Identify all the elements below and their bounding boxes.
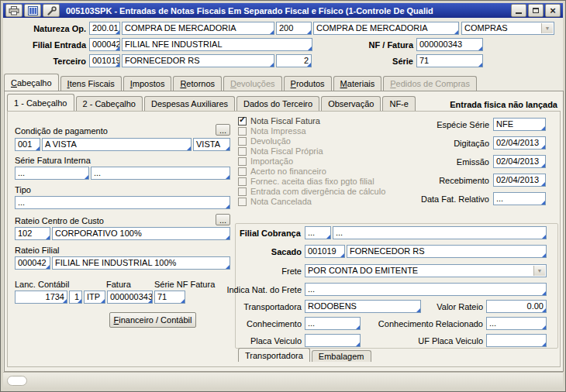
tab-impostos[interactable]: Impostos: [123, 76, 172, 91]
frete-value: POR CONTA DO EMITENTE: [308, 266, 418, 275]
checkbox-acerto-no-financeiro[interactable]: Acerto no financeiro: [238, 167, 326, 176]
natureza-op-code2-field[interactable]: 200: [276, 22, 312, 35]
filial-cobranca-field-2[interactable]: ...: [333, 226, 547, 239]
conhecimento-relacionado-field[interactable]: ...: [486, 317, 547, 330]
printer-icon[interactable]: [5, 4, 22, 17]
tab-label: Itens Fiscais: [67, 79, 115, 88]
serie-label: Série: [331, 57, 413, 66]
fatura-prefixo-field[interactable]: ITP: [84, 291, 105, 304]
transportadora-label: Transportadora: [218, 302, 302, 311]
maximize-icon: [533, 8, 539, 13]
tab-produtos[interactable]: Produtos: [284, 76, 332, 91]
chevron-down-icon[interactable]: [541, 23, 553, 33]
chevron-down-icon[interactable]: [533, 266, 545, 276]
subtab-embalagem[interactable]: Embalagem: [312, 350, 371, 362]
checkbox-fornec-aceita-dias-fixo[interactable]: Fornec. aceita dias fixo pgto filial: [238, 177, 374, 186]
serie-nf-fatura-field[interactable]: 71: [154, 291, 185, 304]
serie-fatura-interna-field-1[interactable]: ...: [15, 167, 89, 180]
digitacao-field[interactable]: 02/04/2013: [493, 136, 546, 150]
rateio-cc-code-field[interactable]: 102: [15, 227, 50, 240]
emissao-field[interactable]: 02/04/2013: [493, 155, 546, 168]
rateio-cc-desc-field[interactable]: CORPORATIVO 100%: [52, 227, 230, 240]
rateio-filial-code-field[interactable]: 000042: [15, 256, 50, 270]
wrench-icon[interactable]: [43, 4, 60, 17]
nf-fatura-field[interactable]: 000000343: [416, 38, 483, 51]
rateio-cc-browse-button[interactable]: ...: [216, 214, 230, 225]
maximize-button[interactable]: [528, 4, 544, 17]
condicao-pagamento-code-field[interactable]: 001: [15, 138, 40, 151]
natureza-op-desc-field[interactable]: COMPRA DE MERCADORIA: [122, 22, 274, 35]
tab-label: Dados do Terceiro: [243, 99, 312, 108]
tab-retornos[interactable]: Retornos: [173, 76, 222, 91]
filial-entrada-desc-field[interactable]: FILIAL NFE INDUSTRIAL: [122, 38, 312, 51]
sacado-code-field[interactable]: 001019: [305, 245, 345, 258]
lanc-contabil-field[interactable]: 1734: [15, 291, 67, 304]
categoria-value: COMPRAS: [464, 23, 508, 33]
checkbox-nota-fiscal-propria[interactable]: Nota Fiscal Própria: [238, 146, 323, 156]
tab-label: Observação: [328, 99, 374, 108]
filial-entrada-code-field[interactable]: 000042: [89, 38, 120, 51]
digitacao-label: Digitação: [395, 139, 489, 148]
tipo-field[interactable]: ...: [15, 196, 230, 209]
subtab-transportadora[interactable]: Transportadora: [238, 348, 310, 362]
checkbox-nota-impressa[interactable]: Nota Impressa: [238, 126, 306, 136]
table-icon[interactable]: [24, 4, 41, 17]
tab-cabecalho[interactable]: Cabeçalho: [4, 74, 59, 91]
subtab-observacao[interactable]: Observação: [321, 96, 381, 111]
data-fat-relativo-field[interactable]: ...: [493, 192, 546, 205]
condicao-pagamento-browse-button[interactable]: ...: [216, 124, 230, 136]
checkbox-nota-fiscal-fatura[interactable]: Nota Fiscal Fatura: [238, 116, 320, 126]
rateio-filial-desc-field[interactable]: FILIAL NFE INDUSTRIAL 100%: [52, 256, 230, 270]
checkbox-icon: [238, 198, 247, 206]
terceiro-loja-field[interactable]: 2: [276, 54, 312, 67]
button-label: Financeiro / Contábil: [114, 315, 192, 325]
condicao-pagamento-tipo-field[interactable]: VISTA: [193, 138, 230, 151]
conhecimento-field[interactable]: ...: [305, 317, 361, 330]
terceiro-code-field[interactable]: 001019: [89, 54, 120, 67]
checkbox-importacao[interactable]: Importação: [238, 156, 293, 166]
natureza-op-desc2-field[interactable]: COMPRA DE MERCADORIA: [313, 22, 459, 35]
condicao-pagamento-desc-field[interactable]: A VISTA: [42, 138, 192, 151]
minimize-button[interactable]: [511, 4, 526, 17]
rateio-filial-label: Rateio Filial: [15, 246, 59, 255]
serie-field[interactable]: 71: [416, 54, 483, 67]
checkbox-devolucao[interactable]: Devolução: [238, 136, 291, 146]
transportadora-field[interactable]: RODOBENS: [305, 300, 421, 313]
data-fat-relativo-label: Data Fat. Relativo: [395, 194, 489, 204]
main-tabbar: Cabeçalho Itens Fiscais Impostos Retorno…: [4, 74, 478, 91]
checkbox-label: Entrada com divergência de cálculo: [250, 187, 385, 196]
checkbox-nota-cancelada[interactable]: Nota Cancelada: [238, 197, 312, 206]
recebimento-field[interactable]: 02/04/2013: [493, 174, 546, 187]
lanc-seq-field[interactable]: 1: [69, 291, 82, 304]
valor-rateio-field[interactable]: 0.00: [486, 300, 547, 313]
tab-materiais[interactable]: Materiais: [333, 76, 382, 91]
tab-label: 2 - Cabeçalho: [83, 99, 136, 108]
subtab-nfe[interactable]: NF-e: [382, 96, 415, 111]
subtab-dados-do-terceiro[interactable]: Dados do Terceiro: [236, 96, 319, 111]
sacado-desc-field[interactable]: FORNECEDOR RS: [347, 245, 547, 258]
fatura-numero-field[interactable]: 000000343: [107, 291, 153, 304]
filial-cobranca-field-1[interactable]: ...: [305, 226, 331, 239]
fatura-label: Fatura: [106, 280, 131, 289]
uf-placa-veiculo-field[interactable]: [486, 334, 547, 347]
subtab-despesas-auxiliares[interactable]: Despesas Auxiliares: [144, 96, 235, 111]
tipo-label: Tipo: [15, 185, 31, 194]
tab-itens-fiscais[interactable]: Itens Fiscais: [60, 76, 122, 91]
conhecimento-label: Conhecimento: [218, 319, 302, 328]
tab-label: Retornos: [180, 79, 215, 88]
tab-label: Produtos: [291, 79, 325, 88]
indica-nat-frete-field[interactable]: ...: [305, 283, 547, 296]
terceiro-desc-field[interactable]: FORNECEDOR RS: [122, 54, 274, 67]
placa-veiculo-field[interactable]: [305, 334, 361, 347]
checkbox-entrada-divergencia-calculo[interactable]: Entrada com divergência de cálculo: [238, 187, 385, 196]
subtab-2-cabecalho[interactable]: 2 - Cabeçalho: [76, 96, 143, 111]
categoria-select[interactable]: COMPRAS: [461, 22, 554, 35]
subtab-1-cabecalho[interactable]: 1 - Cabeçalho: [7, 94, 74, 111]
natureza-op-code-field[interactable]: 200.01: [89, 22, 120, 35]
close-button[interactable]: [545, 4, 561, 17]
serie-fatura-interna-field-2[interactable]: ...: [91, 167, 230, 180]
financeiro-contabil-button[interactable]: Financeiro / Contábil: [109, 312, 196, 328]
frete-select[interactable]: POR CONTA DO EMITENTE: [305, 264, 547, 277]
especie-serie-field[interactable]: NFE: [493, 118, 546, 131]
tab-label: Transportadora: [245, 351, 303, 360]
